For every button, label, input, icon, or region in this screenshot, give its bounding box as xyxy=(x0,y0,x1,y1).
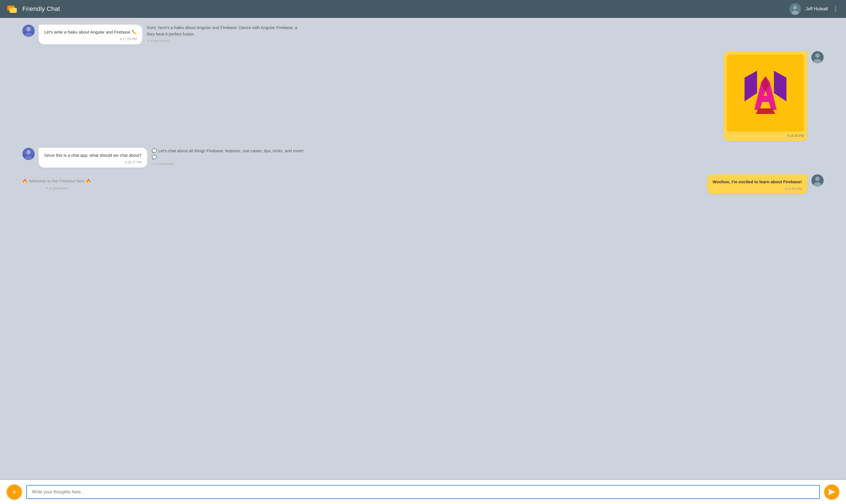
message-row: Let's write a haiku about Angular and Fi… xyxy=(22,24,824,44)
svg-point-3 xyxy=(793,5,797,10)
ai-response: 💬 Let's chat about all things Firebase: … xyxy=(152,148,309,166)
message-text: Let's write a haiku about Angular and Fi… xyxy=(44,29,137,35)
send-button[interactable] xyxy=(824,484,839,500)
more-options-icon[interactable]: ⋮ xyxy=(833,5,839,13)
ai-label-icon: ✦ xyxy=(152,162,154,166)
ai-label-text: ai generated xyxy=(151,39,169,43)
svg-marker-26 xyxy=(828,489,835,495)
welcome-section: 🔥 Welcome to the Firebase fam! 🔥 ✦ ai ge… xyxy=(22,174,824,194)
svg-marker-18 xyxy=(756,108,775,114)
welcome-ai-label-text: ai generated xyxy=(49,186,68,190)
ai-response-text: Sure, here's a haiku about Angular and F… xyxy=(147,24,303,37)
welcome-ai-icon: ✦ xyxy=(46,186,48,190)
welcome-ai-section: 🔥 Welcome to the Firebase fam! 🔥 ✦ ai ge… xyxy=(22,179,91,190)
bottom-bar: + xyxy=(0,480,846,504)
message-bubble-incoming: Let's write a haiku about Angular and Fi… xyxy=(39,24,142,44)
message-time: 4:16:17 PM xyxy=(44,160,142,164)
sender-avatar-outgoing xyxy=(811,51,824,64)
message-row-outgoing: 4:16:48 PM xyxy=(22,51,824,141)
outgoing-avatar xyxy=(811,174,824,187)
ai-label: ✦ ai generated xyxy=(152,162,174,166)
welcome-text: 🔥 Welcome to the Firebase fam! 🔥 xyxy=(22,179,91,183)
header-right: Jeff Huleatt ⋮ xyxy=(789,3,839,15)
svg-point-20 xyxy=(26,150,31,155)
add-button[interactable]: + xyxy=(7,484,22,500)
ai-response-text: 💬 Let's chat about all things Firebase: … xyxy=(152,148,309,160)
app-header: Friendly Chat Jeff Huleatt ⋮ xyxy=(0,0,846,18)
welcome-ai-label: ✦ ai generated xyxy=(46,186,68,190)
message-bubble-incoming: Since this is a chat app, what should we… xyxy=(39,148,147,168)
svg-point-24 xyxy=(815,177,820,181)
sender-avatar xyxy=(22,24,35,37)
svg-rect-16 xyxy=(758,96,773,102)
svg-point-10 xyxy=(815,53,820,58)
svg-rect-8 xyxy=(22,32,35,37)
message-row: Since this is a chat app, what should we… xyxy=(22,148,824,168)
image-message-bubble: 4:16:48 PM xyxy=(724,51,807,141)
ai-response: Sure, here's a haiku about Angular and F… xyxy=(147,24,303,43)
angular-logo xyxy=(727,54,804,131)
app-title: Friendly Chat xyxy=(22,5,60,13)
outgoing-bubble: Woohoo, I'm excited to learn about Fireb… xyxy=(707,174,807,194)
sender-avatar xyxy=(22,148,35,160)
svg-rect-1 xyxy=(10,8,17,13)
message-time: 4:17:25 PM xyxy=(44,37,137,41)
outgoing-welcome-row: Woohoo, I'm excited to learn about Fireb… xyxy=(707,174,824,194)
outgoing-time: 4:15:44 PM xyxy=(712,187,802,191)
app-icon xyxy=(7,3,18,15)
svg-point-6 xyxy=(26,27,31,31)
ai-label-icon: ✦ xyxy=(147,39,149,43)
user-avatar xyxy=(789,3,801,15)
ai-label: ✦ ai generated xyxy=(147,39,169,43)
message-text: Since this is a chat app, what should we… xyxy=(44,152,142,158)
image-time: 4:16:48 PM xyxy=(727,134,804,138)
user-name: Jeff Huleatt xyxy=(806,6,828,12)
ai-label-text: ai generated xyxy=(156,162,174,166)
header-left: Friendly Chat xyxy=(7,3,60,15)
message-input[interactable] xyxy=(26,485,820,499)
outgoing-text: Woohoo, I'm excited to learn about Fireb… xyxy=(712,179,802,185)
chat-area: Let's write a haiku about Angular and Fi… xyxy=(0,18,846,480)
svg-rect-22 xyxy=(22,155,35,160)
